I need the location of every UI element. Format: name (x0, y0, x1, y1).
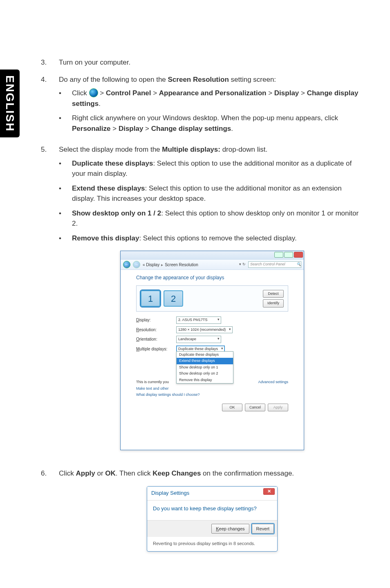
step-number: 3. (41, 57, 59, 68)
display-select[interactable]: 2. ASUS PM17TS (176, 316, 221, 324)
step-4: 4. Do any of the following to open the S… (41, 74, 365, 138)
dropdown-option[interactable]: Show desktop only on 2 (177, 370, 233, 377)
bullet-icon: • (59, 88, 72, 109)
close-button[interactable] (294, 252, 303, 258)
step-4-bullet-1: • Click > Control Panel > Appearance and… (59, 88, 365, 109)
which-settings-link[interactable]: What display settings should I choose? (136, 392, 200, 398)
bullet-icon: • (59, 158, 72, 179)
dialog-title: Display Settings ✕ (147, 487, 277, 501)
step-text: Turn on your computer. (59, 57, 365, 68)
apply-button[interactable]: Apply (268, 404, 288, 412)
dropdown-option[interactable]: Remove this display (177, 377, 233, 384)
monitor-1[interactable]: 1 (141, 290, 160, 307)
multiple-displays-label: Multiple displays: (136, 346, 172, 352)
panel-heading: Change the appearance of your displays (136, 274, 288, 281)
dialog-question: Do you want to keep these display settin… (147, 500, 277, 520)
bullet-icon: • (59, 208, 72, 229)
search-icon: 🔍 (296, 262, 301, 267)
step-3: 3. Turn on your computer. (41, 57, 365, 68)
multiple-displays-dropdown[interactable]: Duplicate these displays Extend these di… (176, 351, 233, 384)
page-content: 3. Turn on your computer. 4. Do any of t… (25, 0, 390, 588)
refresh-icon[interactable]: ▾ ↻ (239, 262, 246, 267)
resolution-select[interactable]: 1280 × 1024 (recommended) (176, 326, 233, 334)
detect-button[interactable]: Detect (263, 290, 284, 298)
nav-forward-button[interactable]: → (133, 261, 140, 268)
language-tab: ENGLISH (0, 70, 20, 137)
window-titlebar (121, 251, 304, 259)
text-size-link[interactable]: Make text and other (136, 386, 169, 392)
display-arrangement[interactable]: 1 2 Detect Identify (136, 285, 288, 312)
ok-button[interactable]: OK (222, 404, 242, 412)
bullet-icon: • (59, 233, 72, 244)
dropdown-option[interactable]: Duplicate these displays (177, 352, 233, 358)
screen-resolution-window: ← → « Display▸Screen Resolution ▾ ↻ Sear… (120, 251, 304, 450)
keep-changes-button[interactable]: Keep changes (211, 524, 249, 534)
breadcrumb[interactable]: « Display▸Screen Resolution (143, 262, 198, 268)
opt-extend: • Extend these displays: Select this opt… (59, 183, 365, 204)
step-number: 5. (41, 144, 59, 462)
bullet-icon: • (59, 183, 72, 204)
search-input[interactable]: Search Control Panel 🔍 (248, 261, 301, 268)
opt-remove: • Remove this display: Select this optio… (59, 233, 365, 244)
monitor-2[interactable]: 2 (164, 290, 183, 307)
step-4-bullet-2: • Right click anywhere on your Windows d… (59, 113, 365, 134)
orientation-label: Orientation: (136, 336, 172, 342)
nav-back-button[interactable]: ← (123, 261, 130, 268)
display-label: Display: (136, 317, 172, 323)
orientation-select[interactable]: Landscape (176, 336, 221, 343)
minimize-button[interactable] (274, 252, 283, 258)
main-display-note: This is currently you (136, 379, 169, 385)
identify-button[interactable]: Identify (263, 299, 284, 307)
opt-showonly: • Show desktop only on 1 / 2: Select thi… (59, 208, 365, 229)
advanced-settings-link[interactable]: Advanced settings (258, 379, 288, 385)
maximize-button[interactable] (284, 252, 293, 258)
step-5: 5. Select the display mode from the Mult… (41, 144, 365, 462)
step-number: 6. (41, 468, 59, 563)
step-6: 6. Click Apply or OK. Then click Keep Ch… (41, 468, 365, 563)
side-tab: ENGLISH (0, 0, 25, 588)
countdown-text: Reverting to previous display settings i… (147, 537, 277, 551)
resolution-label: Resolution: (136, 327, 172, 333)
step-intro: Select the display mode from the Multipl… (59, 144, 365, 155)
step-number: 4. (41, 74, 59, 138)
display-settings-dialog: Display Settings ✕ Do you want to keep t… (147, 486, 278, 552)
start-orb-icon (89, 88, 98, 97)
step-intro: Do any of the following to open the Scre… (59, 74, 365, 85)
bullet-icon: • (59, 113, 72, 134)
revert-button[interactable]: Revert (252, 524, 274, 534)
step-text: Click Apply or OK. Then click Keep Chang… (59, 468, 365, 479)
nav-bar: ← → « Display▸Screen Resolution ▾ ↻ Sear… (121, 259, 304, 270)
close-button[interactable]: ✕ (263, 488, 275, 495)
cancel-button[interactable]: Cancel (245, 404, 265, 412)
dropdown-option[interactable]: Extend these displays (177, 358, 233, 364)
dropdown-option[interactable]: Show desktop only on 1 (177, 364, 233, 371)
opt-duplicate: • Duplicate these displays: Select this … (59, 158, 365, 179)
